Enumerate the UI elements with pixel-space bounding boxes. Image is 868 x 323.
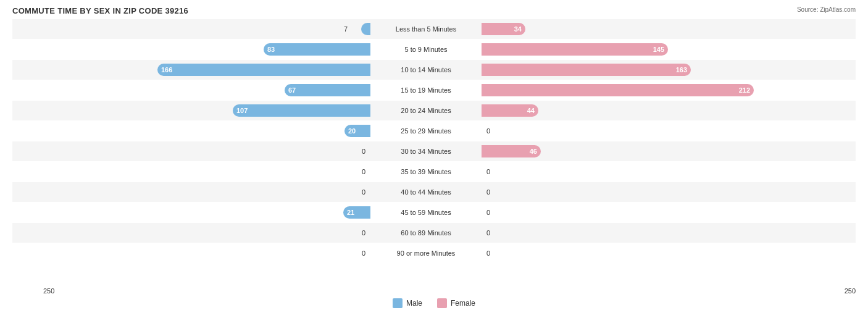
axis-right: 250 (845, 287, 856, 295)
bars-area: 7 Less than 5 Minutes 34 83 5 to 9 Minut… (12, 19, 856, 285)
bar-left-container: 0 (12, 145, 370, 157)
female-label: Female (451, 299, 475, 308)
male-value: 20 (348, 127, 356, 135)
bar-left-container: 0 (12, 227, 370, 239)
bar-left-container: 0 (12, 247, 370, 259)
male-bar: 83 (264, 43, 370, 56)
bar-left-container: 20 (12, 125, 370, 137)
bar-right-container: 0 (482, 166, 840, 178)
table-row: 166 10 to 14 Minutes 163 (12, 60, 856, 80)
female-bar: 46 (482, 145, 541, 157)
male-bar: 20 (344, 125, 370, 137)
male-value: 21 (347, 209, 354, 216)
bar-left-container: 0 (12, 166, 370, 178)
row-label: 25 to 29 Minutes (370, 127, 482, 135)
female-value: 0 (486, 209, 490, 216)
row-label: 40 to 44 Minutes (370, 188, 482, 196)
table-row: 7 Less than 5 Minutes 34 (12, 19, 856, 39)
female-value: 0 (486, 168, 490, 175)
male-value: 166 (161, 66, 172, 73)
row-label: 60 to 89 Minutes (370, 229, 482, 237)
female-value: 46 (530, 148, 537, 155)
legend: Male Female (12, 298, 856, 308)
male-bar: 166 (157, 64, 370, 76)
male-value: 0 (362, 250, 365, 257)
male-bar: 67 (285, 84, 370, 96)
female-value: 0 (486, 229, 490, 237)
male-value: 67 (288, 86, 296, 94)
source-label: Source: ZipAtlas.com (797, 6, 856, 13)
female-value: 0 (486, 250, 490, 257)
male-value: 107 (236, 107, 248, 114)
bar-right-container: 0 (482, 247, 840, 259)
male-value: 0 (362, 188, 365, 196)
bar-left-container: 67 (12, 84, 370, 96)
male-value: 0 (362, 148, 365, 155)
female-value: 44 (527, 107, 535, 114)
male-value: 0 (362, 229, 365, 237)
row-label: 35 to 39 Minutes (370, 168, 482, 175)
chart-container: COMMUTE TIME BY SEX IN ZIP CODE 39216 So… (0, 0, 868, 323)
table-row: 107 20 to 24 Minutes 44 (12, 101, 856, 120)
female-bar: 163 (482, 64, 691, 76)
bar-left-container: 166 (12, 64, 370, 76)
row-label: 30 to 34 Minutes (370, 148, 482, 155)
table-row: 21 45 to 59 Minutes 0 (12, 203, 856, 222)
legend-male: Male (393, 298, 422, 308)
female-color-box (437, 298, 447, 308)
row-label: 10 to 14 Minutes (370, 66, 482, 73)
bar-left-container: 0 (12, 186, 370, 198)
table-row: 0 30 to 34 Minutes 46 (12, 141, 856, 161)
male-bar: 107 (233, 104, 370, 117)
chart-title: COMMUTE TIME BY SEX IN ZIP CODE 39216 (12, 6, 856, 15)
bar-right-container: 44 (482, 104, 840, 117)
female-bar: 212 (482, 84, 754, 96)
row-label: 15 to 19 Minutes (370, 86, 482, 94)
bar-left-container: 21 (12, 206, 370, 219)
female-value: 0 (486, 127, 490, 135)
row-label: 45 to 59 Minutes (370, 209, 482, 216)
female-value: 145 (653, 46, 664, 53)
bar-right-container: 0 (482, 125, 840, 137)
table-row: 0 60 to 89 Minutes 0 (12, 223, 856, 243)
table-row: 20 25 to 29 Minutes 0 (12, 121, 856, 141)
axis-left: 250 (43, 287, 54, 295)
bar-right-container: 0 (482, 227, 840, 239)
female-value: 0 (486, 188, 490, 196)
bar-right-container: 145 (482, 43, 840, 56)
row-label: Less than 5 Minutes (370, 25, 482, 33)
table-row: 67 15 to 19 Minutes 212 (12, 80, 856, 100)
row-label: 20 to 24 Minutes (370, 107, 482, 114)
bar-left-container: 83 (12, 43, 370, 56)
female-value: 212 (739, 86, 750, 94)
male-value: 83 (267, 46, 275, 53)
table-row: 0 90 or more Minutes 0 (12, 243, 856, 263)
table-row: 0 35 to 39 Minutes 0 (12, 162, 856, 182)
table-row: 0 40 to 44 Minutes 0 (12, 182, 856, 202)
bar-left-container: 7 (12, 23, 370, 35)
female-bar: 44 (482, 104, 538, 117)
bar-left-container: 107 (12, 104, 370, 117)
bar-right-container: 34 (482, 23, 840, 35)
male-value: 7 (344, 25, 348, 33)
axis-labels: 250 250 (12, 287, 856, 295)
bar-right-container: 212 (482, 84, 840, 96)
row-label: 5 to 9 Minutes (370, 46, 482, 53)
bar-right-container: 0 (482, 206, 840, 219)
male-label: Male (406, 299, 422, 308)
female-bar: 34 (482, 23, 525, 35)
male-bar: 7 (361, 23, 370, 35)
male-bar: 21 (343, 206, 370, 219)
female-bar: 145 (482, 43, 668, 56)
bar-right-container: 0 (482, 186, 840, 198)
bar-right-container: 163 (482, 64, 840, 76)
female-value: 34 (514, 25, 522, 33)
table-row: 83 5 to 9 Minutes 145 (12, 40, 856, 59)
female-value: 163 (676, 66, 687, 73)
male-value: 0 (362, 168, 365, 175)
legend-female: Female (437, 298, 475, 308)
row-label: 90 or more Minutes (370, 250, 482, 257)
male-color-box (393, 298, 403, 308)
bar-right-container: 46 (482, 145, 840, 157)
